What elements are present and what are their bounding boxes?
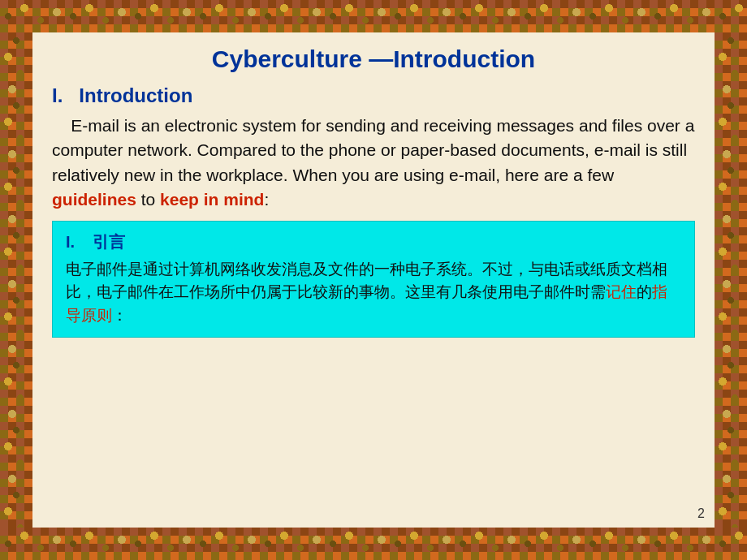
translation-text-between: 的: [637, 283, 652, 300]
translation-heading: I. 引言: [66, 231, 681, 253]
translation-section-heading: 引言: [93, 233, 125, 251]
border-bottom: [0, 528, 747, 560]
translation-box: I. 引言 电子邮件是通过计算机网络收发消息及文件的一种电子系统。不过，与电话或…: [52, 221, 695, 338]
content-area: Cyberculture —Introduction I. Introducti…: [32, 32, 715, 528]
section-heading-text: Introduction: [79, 84, 192, 106]
slide-title: Cyberculture —Introduction: [52, 45, 695, 73]
page-number: 2: [697, 506, 705, 521]
section-heading: I. Introduction: [52, 84, 695, 107]
body-text-part1: E-mail is an electronic system for sendi…: [52, 116, 694, 184]
border-right: [715, 32, 747, 528]
translation-section-number: I.: [66, 233, 75, 251]
highlight-guidelines: guidelines: [52, 190, 136, 209]
section-number: I.: [52, 84, 63, 106]
body-text-part3: :: [264, 190, 269, 209]
body-text-part2: to: [136, 190, 160, 209]
translation-text-before: 电子邮件是通过计算机网络收发消息及文件的一种电子系统。不过，与电话或纸质文档相比…: [66, 261, 667, 301]
translation-highlight1: 记住: [606, 283, 637, 300]
body-text: E-mail is an electronic system for sendi…: [52, 114, 695, 213]
highlight-keep-in-mind: keep in mind: [160, 190, 264, 209]
border-left: [0, 32, 32, 528]
translation-text: 电子邮件是通过计算机网络收发消息及文件的一种电子系统。不过，与电话或纸质文档相比…: [66, 258, 681, 328]
slide-container: Cyberculture —Introduction I. Introducti…: [0, 0, 747, 560]
border-top: [0, 0, 747, 32]
translation-text-after: ：: [112, 307, 127, 324]
